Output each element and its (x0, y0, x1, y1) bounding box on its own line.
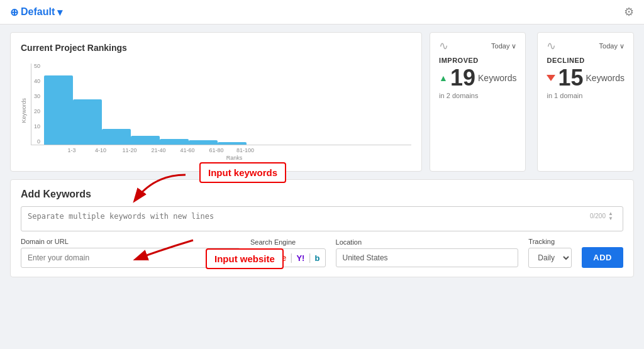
input-website-callout: Input website (206, 248, 284, 269)
main-content: Current Project Rankings Keywords 50 40 … (0, 25, 644, 179)
declined-squiggle-icon: ∿ (547, 39, 556, 53)
bar-61-80 (189, 140, 218, 145)
y-tick-50: 50 (34, 63, 40, 69)
improved-squiggle-icon: ∿ (439, 39, 448, 53)
keywords-row: 0/200 ▲ ▼ (21, 206, 623, 231)
y-tick-40: 40 (34, 78, 40, 84)
project-name: Default (21, 6, 55, 18)
declined-domain: in 1 domain (547, 92, 625, 99)
tracking-label: Tracking (528, 238, 572, 245)
bar-11-20 (102, 129, 131, 145)
keywords-textarea[interactable] (21, 206, 623, 231)
x-label-41-60: 41-60 (173, 147, 202, 153)
improved-number: 19 (450, 67, 475, 89)
add-button[interactable]: ADD (582, 247, 623, 268)
tracking-group: Tracking Daily (528, 238, 572, 268)
improved-header: ∿ Today ∨ (439, 39, 516, 53)
bar-81-100 (218, 142, 247, 145)
x-label-11-20: 11-20 (115, 147, 144, 153)
chart-panel: Current Project Rankings Keywords 50 40 … (10, 32, 422, 172)
x-label-21-40: 21-40 (144, 147, 173, 153)
improved-domain: in 2 domains (439, 92, 516, 99)
x-label-4-10: 4-10 (86, 147, 115, 153)
bar-1-3 (44, 75, 73, 145)
improved-label: IMPROVED (439, 57, 516, 64)
improved-value-row: ▲ 19 Keywords (439, 67, 516, 89)
bar-41-60 (160, 139, 189, 145)
declined-value-row: 15 Keywords (547, 67, 625, 89)
declined-number: 15 (558, 67, 583, 89)
location-group: Location United States (336, 238, 519, 267)
bing-icon[interactable]: b (315, 253, 320, 263)
x-label-61-80: 61-80 (202, 147, 231, 153)
bar-group-1-3 (44, 75, 73, 145)
y-tick-30: 30 (34, 93, 40, 99)
declined-unit: Keywords (586, 73, 625, 83)
y-tick-0: 0 (34, 138, 40, 145)
stats-row: ∿ Today ∨ IMPROVED ▲ 19 Keywords in 2 do… (430, 32, 634, 172)
location-label: Location (336, 238, 519, 246)
improved-unit: Keywords (478, 73, 516, 83)
chart-area: Keywords 50 40 30 20 10 0 (21, 60, 411, 161)
y-tick-20: 20 (34, 108, 40, 114)
bar-group-61-80 (189, 140, 218, 145)
x-axis-title: Ranks (57, 155, 411, 161)
bar-group-4-10 (73, 99, 102, 145)
add-keywords-section: Add Keywords 0/200 ▲ ▼ Domain or URL Sea… (10, 179, 634, 277)
bar-group-41-60 (160, 139, 189, 145)
keywords-count: 0/200 (590, 213, 606, 219)
yahoo-icon[interactable]: Y! (296, 253, 304, 263)
search-engine-label: Search Engine (250, 238, 326, 246)
gear-icon[interactable]: ⚙ (624, 5, 634, 19)
project-plus-icon: ⊕ (10, 6, 18, 18)
bar-21-40 (131, 136, 160, 145)
declined-label: DECLINED (547, 57, 625, 64)
chart-title: Current Project Rankings (21, 43, 411, 53)
declined-card: ∿ Today ∨ DECLINED 15 Keywords in 1 doma… (537, 32, 634, 172)
bottom-row: Domain or URL Search Engine Google | Y! … (21, 238, 623, 268)
input-keywords-callout: Input keywords (199, 162, 286, 183)
tracking-select[interactable]: Daily (528, 248, 572, 268)
down-arrow-icon (547, 75, 555, 81)
bar-group-81-100 (218, 142, 247, 145)
domain-label: Domain or URL (21, 238, 240, 245)
up-arrow-icon: ▲ (439, 73, 448, 83)
bar-4-10 (73, 99, 102, 145)
y-tick-10: 10 (34, 123, 40, 130)
top-bar: ⊕ Default ▾ ⚙ (0, 0, 644, 25)
x-label-1-3: 1-3 (57, 147, 86, 153)
improved-today[interactable]: Today ∨ (491, 42, 516, 50)
x-label-81-100: 81-100 (231, 147, 260, 153)
location-select[interactable]: United States (336, 248, 519, 267)
count-down-icon[interactable]: ▼ (608, 216, 613, 221)
bar-group-21-40 (131, 136, 160, 145)
declined-today[interactable]: Today ∨ (599, 42, 625, 50)
declined-header: ∿ Today ∨ (547, 39, 625, 53)
add-keywords-title: Add Keywords (21, 189, 623, 200)
improved-card: ∿ Today ∨ IMPROVED ▲ 19 Keywords in 2 do… (430, 32, 526, 172)
project-dropdown-icon: ▾ (57, 6, 62, 18)
project-selector[interactable]: ⊕ Default ▾ (10, 6, 62, 18)
bar-group-11-20 (102, 129, 131, 145)
y-axis-label: Keywords (21, 98, 27, 123)
